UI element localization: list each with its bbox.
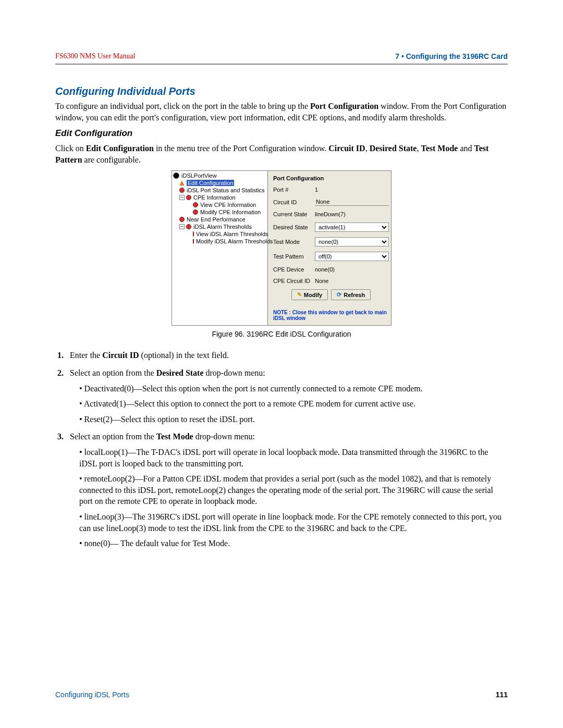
tree-item-view-alarm[interactable]: View iDSL Alarm Thresholds	[172, 230, 267, 238]
step3-bullet-2: • remoteLoop(2)—For a Patton CPE iDSL mo…	[79, 473, 508, 507]
select-desired-state[interactable]: activate(1)	[315, 223, 389, 232]
step3-post: drop-down menu:	[193, 432, 255, 441]
row-cpe-device: CPE Device none(0)	[273, 266, 389, 273]
step3-bold: Test Mode	[156, 432, 193, 441]
form-panel: Port Configuration Port # 1 Circuit ID C…	[268, 171, 394, 325]
intro2-post: are configurable.	[82, 155, 141, 164]
intro2-and: and	[458, 144, 474, 153]
expander-icon[interactable]	[179, 224, 185, 229]
step1-pre: Enter the	[70, 351, 102, 360]
intro2-b2: Circuit ID	[328, 144, 365, 153]
intro2-b4: Test Mode	[421, 144, 458, 153]
refresh-button-label: Refresh	[344, 292, 365, 298]
radio-icon	[173, 172, 179, 179]
tree-label: Near End Performance	[187, 216, 246, 223]
row-test-mode: Test Mode none(0)	[273, 237, 389, 246]
tree-label: iDSL Port Status and Statistics	[187, 187, 264, 193]
tree-label: View iDSL Alarm Thresholds	[196, 231, 268, 237]
modify-button-label: Modify	[304, 292, 322, 298]
step-2: Select an option from the Desired State …	[66, 367, 508, 425]
row-desired-state: Desired State activate(1)	[273, 223, 389, 232]
value-cpe-device: none(0)	[315, 266, 389, 273]
refresh-icon: ⟳	[337, 291, 341, 298]
step3-bullet-3: • lineLoop(3)—The 3196RC's iDSL port wil…	[79, 511, 508, 534]
step2-post: drop-down menu:	[204, 368, 265, 377]
figure-caption: Figure 96. 3196RC Edit iDSL Configuratio…	[55, 330, 508, 338]
tree-root[interactable]: iDSLPortView	[172, 172, 267, 179]
intro-bold: Port Configuration	[310, 102, 378, 110]
bullet-icon	[186, 195, 191, 200]
pencil-icon: ✎	[297, 291, 302, 298]
tree-item-modify-alarm[interactable]: Modify iDSL Alarm Thresholds	[172, 238, 267, 245]
select-test-pattern[interactable]: off(0)	[315, 252, 389, 261]
bullet-icon	[193, 239, 194, 244]
label-test-mode: Test Mode	[273, 239, 315, 245]
section-heading-configuring-ports: Configuring Individual Ports	[55, 85, 508, 97]
step3-pre: Select an option from the	[70, 432, 156, 441]
bullet-icon	[193, 202, 198, 207]
header-divider	[55, 64, 508, 65]
tree-panel: iDSLPortView Edit Configuration iDSL Por…	[172, 171, 268, 325]
intro2-m1: in the menu tree of the Port Configurati…	[154, 144, 328, 153]
arrow-icon	[179, 180, 185, 186]
footer-page-number: 111	[496, 690, 508, 699]
value-current-state: lineDown(7)	[315, 211, 389, 217]
select-test-mode[interactable]: none(0)	[315, 237, 389, 246]
step-3: Select an option from the Test Mode drop…	[66, 431, 508, 549]
step3-bullet-4: • none(0)— The default value for Test Mo…	[79, 538, 508, 549]
label-desired-state: Desired State	[273, 224, 315, 230]
tree-item-port-status[interactable]: iDSL Port Status and Statistics	[172, 187, 267, 194]
row-circuit-id: Circuit ID	[273, 198, 389, 206]
page-footer: Configuring iDSL Ports 111	[55, 690, 508, 699]
label-test-pattern: Test Pattern	[273, 253, 315, 260]
step-1: Enter the Circuit ID (optional) in the t…	[66, 350, 508, 361]
step2-bold: Desired State	[156, 368, 204, 377]
step2-pre: Select an option from the	[70, 368, 156, 377]
button-row: ✎ Modify ⟳ Refresh	[273, 289, 389, 300]
tree-item-view-cpe[interactable]: View CPE Information	[172, 201, 267, 208]
input-circuit-id[interactable]	[315, 198, 389, 206]
refresh-button[interactable]: ⟳ Refresh	[331, 289, 371, 300]
intro2-b1: Edit Configuration	[86, 144, 154, 153]
form-title: Port Configuration	[273, 175, 389, 181]
expander-icon[interactable]	[179, 195, 185, 200]
tree-label: CPE Information	[193, 194, 236, 201]
step2-bullet-2: • Activated(1)—Select this option to con…	[79, 398, 508, 410]
note-close-window: NOTE : Close this window to get back to …	[273, 310, 389, 321]
tree-label: Modify iDSL Alarm Thresholds	[196, 238, 273, 244]
tree-item-alarm-thresholds[interactable]: iDSL Alarm Thresholds	[172, 223, 267, 230]
bullet-icon	[179, 217, 185, 222]
bullet-icon	[179, 188, 185, 193]
label-circuit-id: Circuit ID	[273, 199, 315, 205]
label-cpe-device: CPE Device	[273, 266, 315, 273]
bullet-icon	[193, 231, 194, 237]
tree-label: Modify CPE Information	[200, 209, 261, 215]
step1-post: (optional) in the text field.	[139, 351, 229, 360]
tree-item-edit-configuration[interactable]: Edit Configuration	[172, 179, 267, 187]
tree-item-cpe-info[interactable]: CPE Information	[172, 194, 267, 201]
label-current-state: Current State	[273, 211, 315, 217]
tree-item-modify-cpe[interactable]: Modify CPE Information	[172, 208, 267, 216]
bullet-icon	[193, 209, 198, 215]
bullet-icon	[186, 224, 191, 229]
step2-bullet-3: • Reset(2)—Select this option to reset t…	[79, 414, 508, 425]
intro2-t: Click on	[55, 144, 86, 153]
screenshot-figure: iDSLPortView Edit Configuration iDSL Por…	[55, 170, 508, 326]
row-port: Port # 1	[273, 187, 389, 193]
intro-text: To configure an individual port, click o…	[55, 102, 310, 110]
intro2-s1: ,	[365, 144, 370, 153]
modify-button[interactable]: ✎ Modify	[291, 289, 328, 300]
app-window: iDSLPortView Edit Configuration iDSL Por…	[172, 170, 391, 326]
step2-bullet-1: • Deactivated(0)—Select this option when…	[79, 383, 508, 394]
row-current-state: Current State lineDown(7)	[273, 211, 389, 217]
header-chapter-title: 7 • Configuring the 3196RC Card	[395, 52, 508, 60]
tree-label: Edit Configuration	[187, 180, 234, 186]
tree-root-label: iDSLPortView	[181, 172, 217, 179]
tree-label: iDSL Alarm Thresholds	[193, 224, 252, 230]
value-port: 1	[315, 187, 389, 193]
tree-item-near-end[interactable]: Near End Performance	[172, 216, 267, 223]
tree-label: View CPE Information	[200, 202, 256, 208]
intro-paragraph: To configure an individual port, click o…	[55, 101, 508, 123]
row-cpe-circuit-id: CPE Circuit ID None	[273, 278, 389, 284]
label-cpe-circuit-id: CPE Circuit ID	[273, 278, 315, 284]
